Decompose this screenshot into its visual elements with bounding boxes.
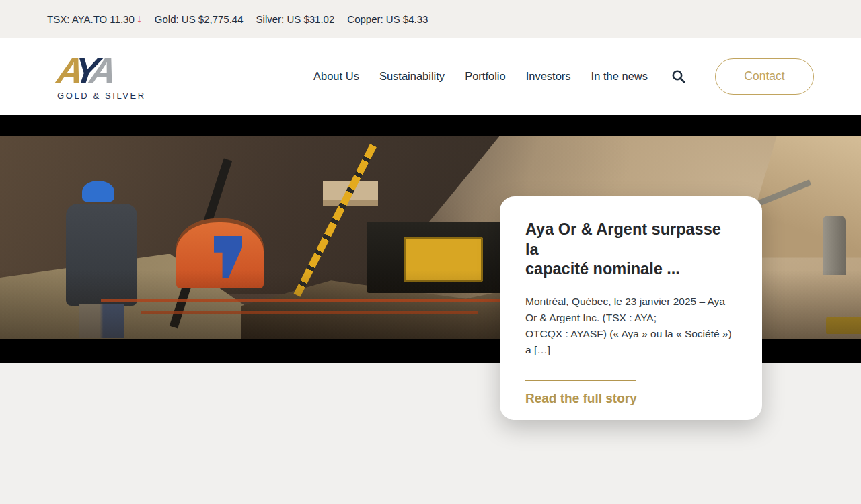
news-card-title: Aya Or & Argent surpasse la capacité nom… — [525, 220, 737, 280]
read-full-story-link[interactable]: Read the full story — [525, 391, 637, 406]
ticker-silver: Silver: US $31.02 — [256, 13, 335, 25]
news-card-body: Montréal, Québec, le 23 janvier 2025 – A… — [525, 294, 737, 358]
search-icon — [671, 69, 687, 85]
contact-button[interactable]: Contact — [715, 58, 814, 95]
news-card: Aya Or & Argent surpasse la capacité nom… — [500, 196, 762, 420]
search-button[interactable] — [671, 69, 687, 85]
nav-item-portfolio[interactable]: Portfolio — [465, 70, 506, 83]
ticker-bar: TSX: AYA.TO 11.30 ↓ Gold: US $2,775.44 S… — [0, 0, 861, 38]
logo-letters: A Y A — [54, 52, 148, 89]
nav-item-in-the-news[interactable]: In the news — [591, 70, 648, 83]
nav-item-sustainability[interactable]: Sustainability — [379, 70, 445, 83]
main-nav: About Us Sustainability Portfolio Invest… — [313, 70, 648, 83]
hero-section: Aya Or & Argent surpasse la capacité nom… — [0, 115, 861, 363]
ticker-tsx-label: TSX: AYA.TO 11.30 — [47, 13, 135, 25]
nav-item-about-us[interactable]: About Us — [313, 70, 359, 83]
logo-letter-a2: A — [87, 52, 119, 89]
logo[interactable]: A Y A GOLD & SILVER — [57, 52, 146, 101]
down-arrow-icon: ↓ — [137, 13, 142, 25]
ticker-tsx: TSX: AYA.TO 11.30 ↓ — [47, 13, 142, 25]
news-card-divider — [525, 380, 636, 381]
ticker-copper: Copper: US $4.33 — [347, 13, 428, 25]
site-header: A Y A GOLD & SILVER About Us Sustainabil… — [0, 38, 861, 115]
logo-tagline: GOLD & SILVER — [57, 91, 146, 101]
hero-silo — [823, 216, 846, 275]
nav-item-investors[interactable]: Investors — [526, 70, 571, 83]
ticker-gold: Gold: US $2,775.44 — [155, 13, 244, 25]
hero-worker-helmet — [82, 181, 114, 202]
page: TSX: AYA.TO 11.30 ↓ Gold: US $2,775.44 S… — [0, 0, 861, 504]
